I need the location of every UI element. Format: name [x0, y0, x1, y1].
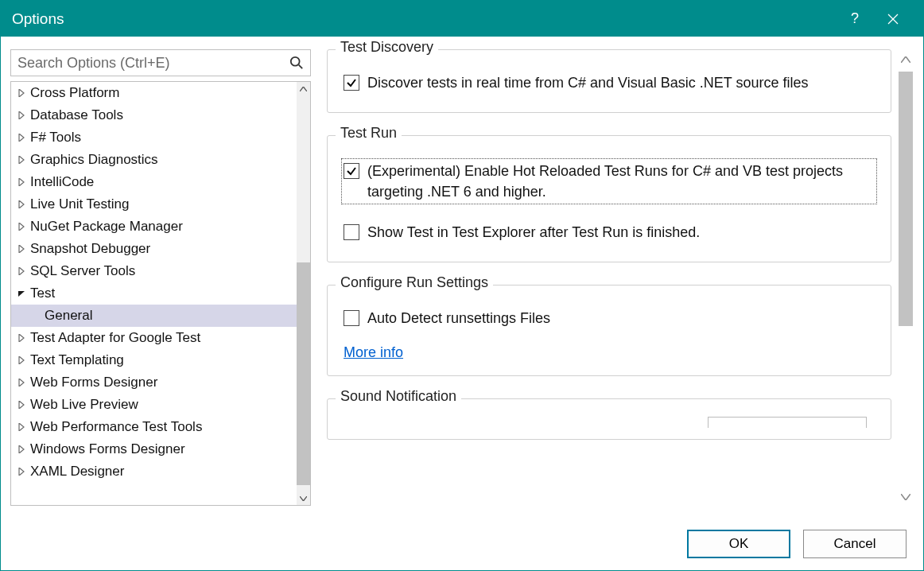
check-label: Show Test in Test Explorer after Test Ru…	[367, 222, 700, 243]
check-label: Auto Detect runsettings Files	[367, 308, 550, 328]
group-title: Test Discovery	[336, 39, 438, 56]
tree-item[interactable]: IntelliCode	[11, 171, 297, 193]
caret-right-icon[interactable]	[16, 154, 27, 165]
scroll-up-icon[interactable]	[897, 51, 914, 68]
tree-item-label: Test Adapter for Google Test	[30, 330, 200, 346]
tree-scrollbar[interactable]	[297, 82, 310, 505]
scroll-thumb[interactable]	[899, 72, 913, 326]
tree-item[interactable]: Test	[11, 282, 297, 305]
caret-down-icon[interactable]	[16, 288, 27, 299]
tree-item[interactable]: XAML Designer	[11, 460, 297, 483]
caret-right-icon[interactable]	[16, 110, 27, 121]
scroll-thumb[interactable]	[297, 262, 310, 485]
panel-scrollbar[interactable]	[895, 49, 917, 506]
caret-right-icon[interactable]	[16, 421, 27, 433]
group-title: Sound Notification	[336, 388, 461, 405]
tree-item-label: Graphics Diagnostics	[30, 152, 158, 168]
search-icon	[289, 56, 304, 70]
caret-right-icon[interactable]	[16, 177, 27, 188]
ok-button[interactable]: OK	[687, 530, 790, 558]
tree-item[interactable]: Web Forms Designer	[11, 371, 297, 394]
checkbox[interactable]	[344, 310, 359, 326]
checkbox[interactable]	[344, 163, 359, 179]
group-title: Test Run	[336, 125, 402, 142]
caret-right-icon[interactable]	[16, 377, 27, 388]
caret-right-icon[interactable]	[16, 444, 27, 455]
right-pane: Test Discovery Discover tests in real ti…	[327, 49, 917, 506]
tree-item-label: Web Forms Designer	[30, 375, 157, 390]
check-auto-detect[interactable]: Auto Detect runsettings Files	[344, 308, 875, 328]
caret-right-icon[interactable]	[16, 132, 27, 143]
caret-right-icon[interactable]	[16, 466, 27, 477]
search-box[interactable]	[10, 49, 311, 76]
tree-item-label: Test	[30, 286, 55, 301]
tree-item-label: IntelliCode	[30, 174, 94, 190]
tree-item-label: NuGet Package Manager	[30, 219, 183, 235]
close-button[interactable]	[874, 1, 912, 37]
more-info-link[interactable]: More info	[344, 344, 403, 361]
help-button[interactable]: ?	[836, 1, 874, 37]
tree-item-label: Text Templating	[30, 352, 124, 368]
group-test-run: Test Run (Experimental) Enable Hot Reloa…	[327, 135, 891, 262]
sound-control[interactable]	[708, 417, 867, 428]
window-title: Options	[12, 10, 836, 28]
search-input[interactable]	[17, 55, 289, 72]
dialog-buttons: OK Cancel	[687, 530, 907, 558]
caret-right-icon[interactable]	[16, 355, 27, 366]
tree-subitem[interactable]: General	[11, 305, 297, 327]
scroll-track[interactable]	[899, 68, 913, 488]
check-hot-reload[interactable]: (Experimental) Enable Hot Reloaded Test …	[341, 158, 877, 204]
group-run-settings: Configure Run Settings Auto Detect runse…	[327, 285, 891, 376]
tree-item-label: General	[45, 308, 92, 324]
tree-item-label: Web Performance Test Tools	[30, 419, 202, 435]
tree-item[interactable]: Cross Platform	[11, 82, 297, 104]
close-icon	[887, 14, 899, 25]
tree-item-label: XAML Designer	[30, 464, 124, 480]
tree-item-label: Cross Platform	[30, 85, 119, 101]
checkbox[interactable]	[344, 224, 359, 240]
left-pane: Cross PlatformDatabase ToolsF# ToolsGrap…	[10, 49, 311, 506]
group-sound-notification: Sound Notification	[327, 398, 891, 440]
scroll-track[interactable]	[297, 95, 310, 491]
checkbox[interactable]	[344, 75, 359, 91]
caret-right-icon[interactable]	[16, 199, 27, 210]
check-icon	[346, 165, 357, 177]
tree-item-label: F# Tools	[30, 130, 81, 146]
tree-item[interactable]: SQL Server Tools	[11, 260, 297, 282]
check-realtime-discovery[interactable]: Discover tests in real time from C# and …	[344, 72, 875, 93]
tree-item[interactable]: Web Live Preview	[11, 394, 297, 416]
scroll-down-icon[interactable]	[897, 488, 914, 506]
tree-item[interactable]: F# Tools	[11, 126, 297, 149]
sound-content	[344, 417, 875, 431]
caret-right-icon[interactable]	[16, 87, 27, 99]
check-label: Discover tests in real time from C# and …	[367, 72, 809, 93]
caret-right-icon[interactable]	[16, 399, 27, 410]
tree-item[interactable]: Snapshot Debugger	[11, 238, 297, 260]
check-icon	[346, 77, 357, 88]
tree-item-label: Windows Forms Designer	[30, 441, 185, 457]
tree-item[interactable]: Text Templating	[11, 349, 297, 371]
caret-right-icon[interactable]	[16, 243, 27, 254]
tree-item[interactable]: Database Tools	[11, 104, 297, 126]
check-show-explorer[interactable]: Show Test in Test Explorer after Test Ru…	[344, 222, 875, 243]
tree-item[interactable]: Test Adapter for Google Test	[11, 327, 297, 349]
caret-right-icon[interactable]	[16, 332, 27, 344]
cancel-button[interactable]: Cancel	[803, 530, 907, 558]
scroll-down-icon[interactable]	[297, 491, 310, 505]
tree-item[interactable]: Graphics Diagnostics	[11, 149, 297, 171]
tree-item-label: SQL Server Tools	[30, 263, 135, 279]
tree-item-label: Database Tools	[30, 107, 123, 123]
caret-right-icon[interactable]	[16, 221, 27, 232]
settings-panel: Test Discovery Discover tests in real ti…	[327, 49, 895, 506]
options-tree: Cross PlatformDatabase ToolsF# ToolsGrap…	[10, 81, 311, 506]
check-label: (Experimental) Enable Hot Reloaded Test …	[367, 161, 875, 202]
group-test-discovery: Test Discovery Discover tests in real ti…	[327, 49, 891, 113]
tree-item[interactable]: NuGet Package Manager	[11, 216, 297, 238]
scroll-up-icon[interactable]	[297, 82, 310, 95]
caret-right-icon[interactable]	[16, 266, 27, 277]
tree-item[interactable]: Web Performance Test Tools	[11, 416, 297, 438]
tree-item[interactable]: Windows Forms Designer	[11, 438, 297, 460]
svg-line-3	[299, 65, 303, 69]
tree-item[interactable]: Live Unit Testing	[11, 193, 297, 216]
tree-item-label: Live Unit Testing	[30, 196, 129, 212]
